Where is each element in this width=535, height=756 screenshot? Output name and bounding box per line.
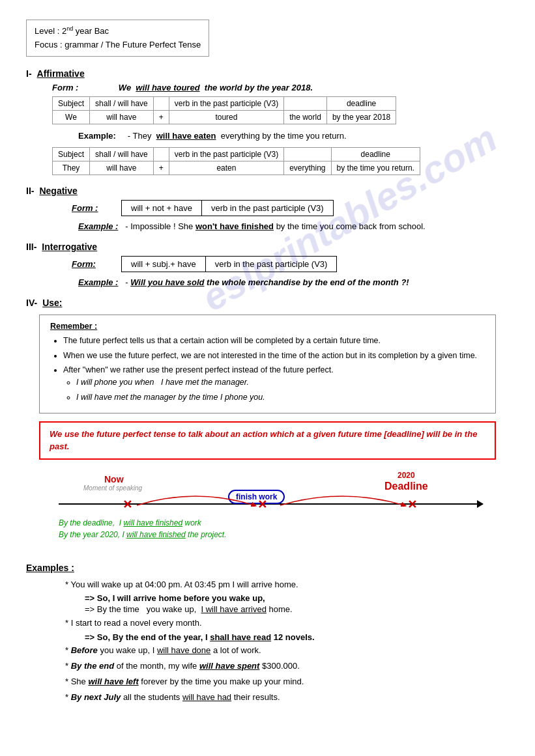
negative-form-label: Form :: [72, 203, 111, 213]
example-arrow-1: => So, I will arrive home before you wak…: [85, 593, 509, 603]
negative-title: II- Negative: [26, 186, 509, 196]
example-line-3: * Before you wake up, I will have done a…: [65, 644, 509, 658]
affirmative-table2: Subject shall / will have verb in the pa…: [52, 147, 420, 175]
example-line-2: * I start to read a novel every month.: [65, 617, 509, 630]
timeline-arc1: [130, 487, 261, 507]
sub-bullet-2: I will have met the manager by the time …: [76, 391, 485, 404]
timeline-arc2: [274, 487, 411, 507]
highlight-box: We use the future perfect tense to talk …: [39, 421, 496, 460]
bullet-3: After "when" we rather use the present p…: [63, 364, 485, 403]
interrogative-title: III- Interrogative: [26, 242, 509, 252]
interrogative-form-table: will + subj.+ have verb in the past part…: [121, 256, 337, 272]
example-arrow-3: => So, By the end of the year, I shall h…: [85, 632, 509, 642]
negative-example-sentence: Example : - Impossible ! She won't have …: [78, 221, 483, 231]
remember-title: Remember :: [50, 322, 485, 331]
example-line-6: * By next July all the students will hav…: [65, 691, 509, 705]
header-level: Level : 2nd year Bac: [35, 24, 201, 38]
timeline-green2: By the year 2020, I will have finished t…: [59, 530, 226, 539]
remember-box: Remember : The future perfect tells us t…: [39, 315, 496, 413]
header-focus: Focus : grammar / The Future Perfect Ten…: [35, 38, 201, 52]
affirmative-table1: Subject shall / will have verb in the pa…: [52, 96, 396, 124]
use-title: IV- Use:: [26, 298, 509, 308]
negative-form-table: will + not + have verb in the past parti…: [121, 200, 334, 216]
example-line-5: * She will have left forever by the time…: [65, 675, 509, 689]
timeline: Now Moment of speaking ✕ finish work ✕ 2…: [46, 468, 489, 552]
section-affirmative: I- Affirmative Form : We will have toure…: [26, 68, 509, 175]
remember-bullets: The future perfect tells us that a certa…: [63, 335, 485, 404]
example-line-4: * By the end of the month, my wife will …: [65, 660, 509, 673]
timeline-green1: By the deadline, I will have finished wo…: [59, 518, 201, 527]
affirmative-form-label: Form : We will have toured the world by …: [52, 83, 509, 92]
example-line-1: * You will wake up at 04:00 pm. At 03:45…: [65, 578, 509, 592]
section-interrogative: III- Interrogative Form: will + subj.+ h…: [26, 242, 509, 287]
sub-bullet-1: I will phone you when I have met the man…: [76, 376, 485, 389]
interrogative-example-sentence: Example : - Will you have sold the whole…: [78, 277, 483, 287]
header-box: Level : 2nd year Bac Focus : grammar / T…: [26, 20, 209, 57]
section-examples: Examples : * You will wake up at 04:00 p…: [26, 563, 509, 705]
bullet-2: When we use the future perfect, we are n…: [63, 350, 485, 362]
example-arrow-2: => By the time you wake up, I will have …: [85, 604, 509, 614]
interrogative-form-label: Form:: [72, 259, 111, 269]
section-negative: II- Negative Form : will + not + have ve…: [26, 186, 509, 231]
section-use: IV- Use: Remember : The future perfect t…: [26, 298, 509, 552]
timeline-now: Now: [104, 474, 124, 484]
bullet-1: The future perfect tells us that a certa…: [63, 335, 485, 347]
timeline-year: 2020: [398, 471, 415, 480]
examples-title: Examples :: [26, 563, 509, 573]
affirmative-title: I- Affirmative: [26, 68, 509, 79]
affirmative-example-sentence: Example: - They will have eaten everythi…: [78, 131, 483, 141]
